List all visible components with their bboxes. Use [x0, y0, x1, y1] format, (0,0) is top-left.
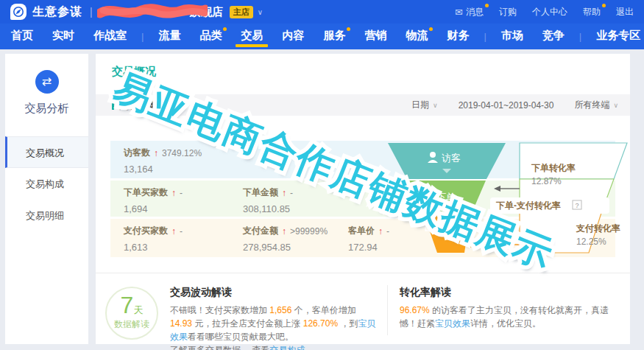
badge-unit: 天 — [133, 304, 143, 315]
metric-visitors: 访客数↑3749.12% 13,164 — [124, 147, 202, 175]
chevron-down-icon: ∨ — [433, 102, 438, 109]
nav-realtime[interactable]: 实时 — [52, 24, 74, 49]
trade-composition-link[interactable]: 交易构成 — [269, 345, 305, 350]
metric-value: 172.94 — [348, 242, 389, 253]
nav-home[interactable]: 首页 — [11, 24, 33, 49]
redaction-scribble — [97, 3, 208, 21]
notification-dot — [602, 4, 606, 7]
insight-text: 。 — [305, 345, 314, 350]
date-range-value: 2019-04-01~2019-04-30 — [459, 100, 554, 111]
insight-body: 不错哦！支付买家数增加 1,656 个，客单价增加 14.93 元，拉升全店支付… — [170, 304, 378, 350]
insight-body: 96.67% 的访客看了主力宝贝，没有转化就离开，真遗憾！赶紧宝贝效果详情，优化… — [400, 304, 612, 330]
metric-value: 308,110.85 — [243, 203, 293, 214]
topbar-links: ✉ 消息 订购 个人中心 帮助 退出 — [455, 6, 634, 18]
arrow-up-icon: ↑ — [171, 226, 176, 237]
nav-biz-zone[interactable]: 业务专区 — [596, 24, 640, 49]
nav-compete[interactable]: 竞争 — [542, 24, 565, 49]
arrow-up-icon: ↑ — [154, 148, 158, 158]
personal-center-link[interactable]: 个人中心 — [532, 6, 567, 18]
nav-divider: | — [484, 31, 486, 42]
page-title: 交易概况 — [96, 54, 630, 79]
nav-logistics[interactable]: 物流 — [406, 24, 428, 49]
arrow-up-icon: ↑ — [282, 188, 286, 198]
main-panel: 交易概况 交易总览 日期 ∨ 2019-04-01~2019-04-30 所有终… — [96, 54, 630, 344]
insights-divider — [387, 285, 388, 335]
sidebar-title: 交易分析 — [5, 102, 88, 116]
nav-service[interactable]: 服务 — [323, 24, 345, 49]
arrow-up-icon: ↑ — [171, 188, 176, 198]
messages-label: 消息 — [466, 6, 484, 18]
insights-section: 7天 数据解读 交易波动解读 不错哦！支付买家数增加 1,656 个，客单价增加… — [96, 273, 630, 344]
nav-trade-active[interactable]: 交易 — [241, 24, 263, 49]
metric-label: 下单买家数 — [124, 186, 168, 199]
badge-caption: 数据解读 — [107, 318, 157, 331]
metric-label: 支付金额 — [243, 225, 278, 237]
nav-traffic[interactable]: 流量 — [158, 24, 180, 49]
metric-value: 1,694 — [124, 203, 183, 214]
sidebar-item-trade-overview[interactable]: 交易概况 — [5, 136, 88, 168]
store-chevron-down-icon[interactable]: ∨ — [258, 8, 263, 16]
main-store-badge: 主店 — [230, 6, 253, 18]
topbar: 生意参谋 | 旗舰店 主店 ∨ ✉ 消息 订购 个人中心 帮助 退出 — [0, 0, 644, 24]
notification-dot — [485, 4, 489, 7]
section-header: 交易总览 日期 ∨ 2019-04-01~2019-04-30 所有终端 ∨ — [96, 94, 630, 116]
nav-divider: | — [141, 31, 144, 42]
metric-trend: 3749.12% — [162, 148, 202, 158]
nav-content[interactable]: 内容 — [282, 24, 304, 49]
insight-text: 看看哪些宝贝贡献最大吧。 — [188, 332, 294, 342]
insight-text: ，到 — [338, 318, 358, 329]
metric-trend: - — [290, 188, 293, 198]
date-filter-label: 日期 — [411, 99, 429, 111]
sidebar-item-trade-composition[interactable]: 交易构成 — [5, 168, 88, 200]
terminal-filter[interactable]: 所有终端 ∨ — [574, 99, 618, 111]
section-title: 交易总览 — [119, 99, 158, 112]
content-area: ⇄ 交易分析 交易概况 交易构成 交易明细 交易概况 交易总览 日期 ∨ 201… — [0, 49, 644, 350]
nav-finance[interactable]: 财务 — [447, 24, 469, 49]
sidebar-item-trade-detail[interactable]: 交易明细 — [5, 200, 88, 231]
conversion-rate-insight: 转化率解读 96.67% 的访客看了主力宝贝，没有转化就离开，真遗憾！赶紧宝贝效… — [400, 285, 617, 344]
insight-highlight-value: 14.93 — [170, 318, 192, 329]
store-name[interactable]: 旗舰店 — [97, 3, 223, 21]
metric-trend: >99999% — [290, 226, 328, 237]
nav-marketing[interactable]: 营销 — [364, 24, 386, 49]
insight-title: 转化率解读 — [400, 286, 612, 299]
insight-highlight-value: 1,656 — [269, 305, 291, 315]
insight-text: 了解更多交易数据， 查看 — [170, 345, 269, 350]
item-effect-link[interactable]: 宝贝效果 — [435, 318, 470, 329]
nav-market[interactable]: 市场 — [501, 24, 523, 49]
metric-pay-buyers: 支付买家数↑- 1,613 — [124, 225, 183, 253]
metric-trend: - — [386, 226, 389, 237]
metric-label: 支付买家数 — [124, 225, 168, 237]
arrow-up-icon: ↑ — [282, 226, 286, 237]
visitor-band: 访客数↑3749.12% 13,164 — [110, 141, 615, 178]
notification-dot — [347, 27, 350, 31]
nav-warroom[interactable]: 作战室 — [93, 24, 127, 49]
date-filter[interactable]: 日期 ∨ — [411, 99, 438, 111]
filters: 日期 ∨ 2019-04-01~2019-04-30 所有终端 ∨ — [411, 99, 618, 111]
metric-per-customer: 客单价↑- 172.94 — [348, 225, 389, 253]
nav-category[interactable]: 品类 — [199, 24, 222, 49]
arrow-up-icon: ↑ — [378, 226, 383, 237]
metric-order-amount: 下单金额↑- 308,110.85 — [243, 186, 293, 214]
insight-title: 交易波动解读 — [170, 286, 378, 299]
brand-name: 生意参谋 — [32, 4, 82, 20]
trade-overview-section: 访客数↑3749.12% 13,164 下单买家数↑- 1,694 下单金额↑-… — [110, 141, 615, 259]
messages-link[interactable]: ✉ 消息 — [455, 6, 484, 18]
logout-link[interactable]: 退出 — [616, 6, 634, 18]
metric-pay-amount: 支付金额↑>99999% 278,954.85 — [243, 225, 328, 253]
sidebar: ⇄ 交易分析 交易概况 交易构成 交易明细 — [5, 54, 88, 344]
metric-value: 278,954.85 — [243, 242, 328, 253]
subscribe-label: 订购 — [499, 6, 517, 18]
notification-dot — [223, 27, 227, 31]
insight-text: 详情，优化宝贝。 — [470, 318, 541, 329]
subscribe-link[interactable]: 订购 — [499, 6, 517, 18]
main-nav: 首页 实时 作战室 | 流量 品类 交易 内容 服务 营销 物流 财务 | 市场… — [0, 24, 644, 49]
brand-compass-logo-icon — [10, 4, 26, 20]
sidebar-header: ⇄ 交易分析 — [5, 54, 88, 127]
nav-service-label: 服务 — [323, 29, 345, 41]
sidebar-menu: 交易概况 交易构成 交易明细 — [5, 136, 88, 231]
metric-trend: - — [180, 188, 183, 198]
metric-label: 下单金额 — [243, 186, 278, 199]
help-link[interactable]: 帮助 — [583, 6, 601, 18]
insight-text: 不错哦！支付买家数增加 — [170, 305, 269, 315]
